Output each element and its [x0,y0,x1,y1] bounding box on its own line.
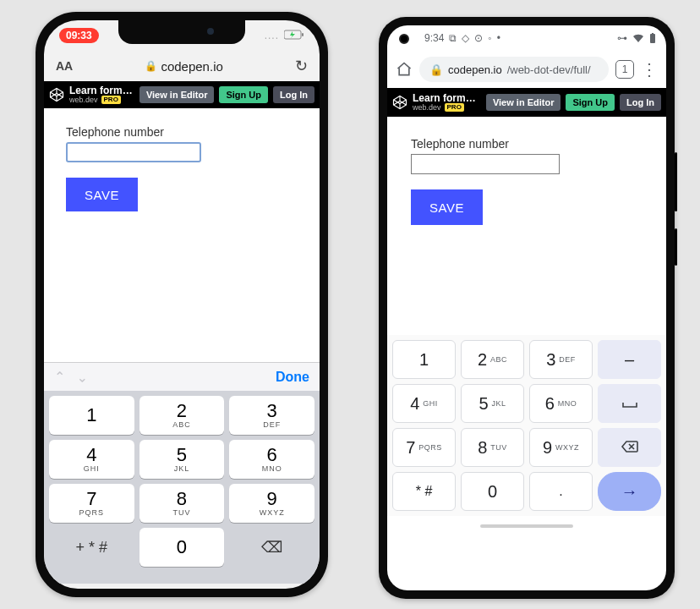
pro-badge: PRO [101,96,121,104]
lock-icon: 🔒 [145,60,157,72]
keypad-key-.[interactable]: . [529,472,593,511]
android-form-area: Telephone number SAVE [387,117,666,335]
keypad-key-7[interactable]: 7PQRS [392,428,456,467]
codepen-header: Learn forms – virt… web.dev PRO View in … [44,81,320,108]
view-in-editor-button[interactable]: View in Editor [486,94,561,111]
keypad-key-→[interactable]: → [598,472,661,511]
telephone-label: Telephone number [66,125,298,139]
keypad-key-0[interactable]: 0 [139,528,225,567]
keypad-key-5[interactable]: 5JKL [139,440,225,479]
android-time: 9:34 [424,32,444,44]
android-gesture-bar [387,516,666,536]
pen-author: web.dev [413,104,441,112]
telephone-label: Telephone number [411,137,643,151]
next-field-icon[interactable]: ⌃ [77,369,88,385]
keypad-key-6[interactable]: 6MNO [229,440,314,479]
keypad-key-2[interactable]: 2ABC [139,396,225,435]
codepen-logo-icon [392,95,407,110]
android-status-bar: 9:34 ⧉ ◇ ⊙ ◦ • ⊶ [387,25,666,51]
keypad-key-1[interactable]: 1 [49,396,134,435]
keyboard-done-button[interactable]: Done [276,370,309,385]
keypad-key-⌫[interactable] [598,428,661,467]
view-in-editor-button[interactable]: View in Editor [139,86,215,103]
ios-numeric-keypad: 12ABC3DEF4GHI5JKL6MNO7PQRS8TUV9WXYZ+ * #… [44,391,320,572]
keypad-key-9[interactable]: 9WXYZ [229,484,314,523]
safari-host-label: codepen.io [161,59,222,74]
svg-rect-1 [302,33,304,36]
volume-rocker [675,152,677,211]
ios-signal-indicator: .... [265,30,279,41]
telephone-input[interactable] [411,154,560,174]
tab-switcher-button[interactable]: 1 [615,60,634,79]
log-in-button[interactable]: Log In [620,94,661,111]
prev-field-icon[interactable]: ⌃ [54,369,65,385]
iphone-screen: 09:33 .... AA 🔒 codepen.io ↻ [44,20,320,589]
keypad-key-3[interactable]: 3DEF [529,340,593,379]
text-size-button[interactable]: AA [56,59,73,73]
safari-address-bar[interactable]: AA 🔒 codepen.io ↻ [44,51,320,81]
keypad-key-␣[interactable] [598,384,661,423]
pro-badge: PRO [445,103,464,112]
keypad-key-5[interactable]: 5JKL [461,384,524,423]
overflow-menu-icon[interactable]: ⋮ [641,61,658,78]
keypad-key-0[interactable]: 0 [461,472,524,511]
reload-icon[interactable]: ↻ [295,57,308,75]
ios-form-area: Telephone number SAVE [44,108,320,362]
vpn-key-icon: ⊶ [617,32,627,44]
ios-keyboard-accessory: ⌃ ⌃ Done [44,362,320,391]
pixel-screen: 9:34 ⧉ ◇ ⊙ ◦ • ⊶ 🔒 codepen.io/web-dot-de… [387,25,666,590]
codepen-logo-icon [49,87,64,102]
save-button[interactable]: SAVE [411,189,483,225]
sign-up-button[interactable]: Sign Up [566,94,615,111]
keypad-key-8[interactable]: 8TUV [139,484,225,523]
telephone-input[interactable] [66,142,201,162]
keypad-key-4[interactable]: 4GHI [49,440,134,479]
keypad-key-3[interactable]: 3DEF [229,396,314,435]
more-notifications-icon: • [497,32,500,44]
home-icon[interactable] [396,61,413,78]
keypad-key-+ * #[interactable]: + * # [49,528,134,567]
wifi-icon [632,33,644,43]
chrome-path-label: /web-dot-dev/full/ [507,63,591,76]
keypad-key-–[interactable]: – [598,340,661,379]
battery-charging-icon [284,30,304,42]
keypad-key-⌫[interactable]: ⌫ [229,528,314,567]
pen-title: Learn forms – virt… [69,85,134,96]
sign-up-button[interactable]: Sign Up [219,86,268,103]
pen-title: Learn forms – virt… [413,93,481,103]
svg-rect-6 [652,33,654,35]
iphone-notch [118,20,245,44]
pixel-camera-cutout [399,34,409,44]
keypad-key-* #[interactable]: * # [392,472,456,511]
power-button [675,228,677,266]
safari-url[interactable]: 🔒 codepen.io [81,59,287,74]
keypad-key-9[interactable]: 9WXYZ [529,428,593,467]
chrome-toolbar: 🔒 codepen.io/web-dot-dev/full/ 1 ⋮ [387,51,666,88]
location-icon: ◦ [488,32,491,44]
keypad-key-8[interactable]: 8TUV [461,428,524,467]
keypad-key-6[interactable]: 6MNO [529,384,593,423]
svg-rect-5 [650,34,655,43]
chrome-host-label: codepen.io [448,63,502,76]
keypad-key-1[interactable]: 1 [392,340,456,379]
iphone-device: 09:33 .... AA 🔒 codepen.io ↻ [36,12,328,597]
chrome-omnibox[interactable]: 🔒 codepen.io/web-dot-dev/full/ [419,57,609,82]
log-in-button[interactable]: Log In [273,86,314,103]
status-icon: ⧉ [449,32,457,44]
keypad-key-2[interactable]: 2ABC [461,340,524,379]
pixel-device: 9:34 ⧉ ◇ ⊙ ◦ • ⊶ 🔒 codepen.io/web-dot-de… [379,17,675,599]
ios-recording-time-pill: 09:33 [59,28,99,43]
keypad-key-7[interactable]: 7PQRS [49,484,134,523]
battery-icon [649,33,656,44]
keypad-key-4[interactable]: 4GHI [392,384,456,423]
android-numeric-keypad: 12ABC3DEF–4GHI5JKL6MNO7PQRS8TUV9WXYZ* #0… [387,335,666,516]
pen-author: web.dev [69,96,98,104]
codepen-header: Learn forms – virt… web.dev PRO View in … [387,88,666,117]
lock-icon: 🔒 [429,63,443,76]
status-icon: ◇ [462,32,469,44]
status-icon: ⊙ [474,32,483,44]
save-button[interactable]: SAVE [66,178,138,211]
